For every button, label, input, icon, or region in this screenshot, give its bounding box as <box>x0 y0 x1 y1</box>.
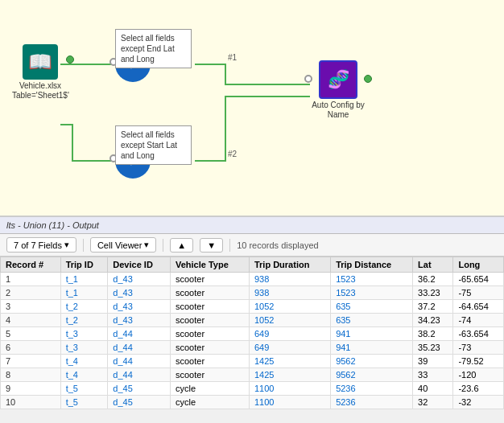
cell-r2-c7: -64.654 <box>453 300 504 314</box>
col-header-5: Trip Distance <box>331 257 413 273</box>
cell-r6-c2: d_44 <box>108 355 171 368</box>
table-row[interactable]: 10t_5d_45cycle1100523632-32 <box>1 396 504 409</box>
col-header-4: Trip Duration <box>249 257 330 273</box>
table-header: Record #Trip IDDevice IDVehicle TypeTrip… <box>1 257 504 273</box>
cell-r5-c6: 35.23 <box>413 341 453 355</box>
table-row[interactable]: 4t_2d_43scooter105263534.23-74 <box>1 314 504 327</box>
col-header-2: Device ID <box>108 257 171 273</box>
table-body: 1t_1d_43scooter938152336.2-65.6542t_1d_4… <box>1 273 504 409</box>
svg-text:#1: #1 <box>228 53 238 62</box>
cell-r9-c7: -32 <box>453 396 504 409</box>
cell-r6-c0: 7 <box>1 355 61 368</box>
cell-r2-c6: 37.2 <box>413 300 453 314</box>
sort-desc-button[interactable]: ▼ <box>200 238 223 253</box>
cell-r4-c4: 649 <box>249 327 330 341</box>
cell-r9-c0: 10 <box>1 396 61 409</box>
cell-r5-c7: -73 <box>453 341 504 355</box>
cell-r7-c1: t_4 <box>60 368 108 382</box>
table-row[interactable]: 9t_5d_45cycle1100523640-23.6 <box>1 382 504 396</box>
cell-r2-c2: d_43 <box>108 300 171 314</box>
cell-r5-c4: 649 <box>249 341 330 355</box>
cell-r7-c5: 9562 <box>331 368 413 382</box>
table-row[interactable]: 6t_3d_44scooter64994135.23-73 <box>1 341 504 355</box>
cell-r4-c6: 38.2 <box>413 327 453 341</box>
cell-r7-c4: 1425 <box>249 368 330 382</box>
table-row[interactable]: 5t_3d_44scooter64994138.2-63.654 <box>1 327 504 341</box>
cell-r1-c7: -75 <box>453 286 504 300</box>
col-header-3: Vehicle Type <box>171 257 250 273</box>
cell-r1-c5: 1523 <box>331 286 413 300</box>
table-row[interactable]: 2t_1d_43scooter938152333.23-75 <box>1 286 504 300</box>
table-row[interactable]: 1t_1d_43scooter938152336.2-65.654 <box>1 273 504 286</box>
cell-r4-c2: d_44 <box>108 327 171 341</box>
filter-box-1[interactable]: Select all fields except End Lat and Lon… <box>115 29 192 68</box>
data-table: Record #Trip IDDevice IDVehicle TypeTrip… <box>0 257 504 409</box>
sort-asc-button[interactable]: ▲ <box>170 238 193 253</box>
cell-r3-c6: 34.23 <box>413 314 453 327</box>
fields-button[interactable]: 7 of 7 Fields ▾ <box>6 237 76 253</box>
cell-r2-c5: 635 <box>331 300 413 314</box>
cell-r8-c5: 5236 <box>331 382 413 396</box>
toolbar: 7 of 7 Fields ▾ Cell Viewer ▾ ▲ ▼ 10 rec… <box>0 234 504 257</box>
cell-r1-c4: 938 <box>249 286 330 300</box>
cell-r8-c2: d_45 <box>108 382 171 396</box>
cell-r8-c3: cycle <box>171 382 250 396</box>
cell-r3-c4: 1052 <box>249 314 330 327</box>
cell-r4-c3: scooter <box>171 327 250 341</box>
cell-r7-c2: d_44 <box>108 368 171 382</box>
cell-r2-c4: 1052 <box>249 300 330 314</box>
source-label: Vehicle.xlsx Table='Sheet1$' <box>12 81 68 101</box>
autoconfig-in-port <box>304 75 312 83</box>
cell-r3-c7: -74 <box>453 314 504 327</box>
chevron-down-icon-2: ▾ <box>144 240 149 250</box>
output-bar: lts - Union (11) - Output <box>0 217 504 234</box>
cell-r3-c1: t_2 <box>60 314 108 327</box>
cell-r8-c7: -23.6 <box>453 382 504 396</box>
cell-r9-c1: t_5 <box>60 396 108 409</box>
autoconfig-out-port <box>364 75 372 83</box>
cell-r5-c5: 941 <box>331 341 413 355</box>
cell-r8-c1: t_5 <box>60 382 108 396</box>
chevron-down-icon: ▾ <box>64 240 69 250</box>
cell-r1-c0: 2 <box>1 286 61 300</box>
toolbar-divider <box>83 239 84 252</box>
table-row[interactable]: 7t_4d_44scooter1425956239-79.52 <box>1 355 504 368</box>
cell-r6-c7: -79.52 <box>453 355 504 368</box>
toolbar-divider-2 <box>163 239 163 252</box>
cell-r6-c5: 9562 <box>331 355 413 368</box>
cell-r9-c5: 5236 <box>331 396 413 409</box>
autoconfig-node[interactable]: 🧬 Auto Config by Name <box>310 60 366 120</box>
source-out-port <box>66 55 74 64</box>
connections-svg: #1 #2 <box>0 0 504 216</box>
table-row[interactable]: 8t_4d_44scooter1425956233-120 <box>1 368 504 382</box>
cell-r7-c7: -120 <box>453 368 504 382</box>
cell-r8-c6: 40 <box>413 382 453 396</box>
cell-r6-c6: 39 <box>413 355 453 368</box>
col-header-0: Record # <box>1 257 61 273</box>
cell-r4-c7: -63.654 <box>453 327 504 341</box>
cell-r6-c3: scooter <box>171 355 250 368</box>
cell-r0-c6: 36.2 <box>413 273 453 286</box>
svg-text:#2: #2 <box>228 150 238 158</box>
table-row[interactable]: 3t_2d_43scooter105263537.2-64.654 <box>1 300 504 314</box>
cell-r9-c6: 32 <box>413 396 453 409</box>
cell-r4-c5: 941 <box>331 327 413 341</box>
toolbar-divider-3 <box>229 239 230 252</box>
filter-box-2[interactable]: Select all fields except Start Lat and L… <box>115 125 192 165</box>
cell-r3-c2: d_43 <box>108 314 171 327</box>
viewer-button[interactable]: Cell Viewer ▾ <box>90 237 156 253</box>
cell-r0-c1: t_1 <box>60 273 108 286</box>
source-node[interactable]: 📖 Vehicle.xlsx Table='Sheet1$' <box>12 44 68 101</box>
cell-r0-c4: 938 <box>249 273 330 286</box>
cell-r5-c1: t_3 <box>60 341 108 355</box>
cell-r3-c3: scooter <box>171 314 250 327</box>
cell-r8-c0: 9 <box>1 382 61 396</box>
cell-r9-c4: 1100 <box>249 396 330 409</box>
cell-r2-c3: scooter <box>171 300 250 314</box>
cell-r5-c2: d_44 <box>108 341 171 355</box>
cell-r0-c3: scooter <box>171 273 250 286</box>
cell-r0-c5: 1523 <box>331 273 413 286</box>
cell-r2-c0: 3 <box>1 300 61 314</box>
table-wrapper[interactable]: Record #Trip IDDevice IDVehicle TypeTrip… <box>0 257 504 423</box>
source-icon: 📖 <box>23 44 58 80</box>
